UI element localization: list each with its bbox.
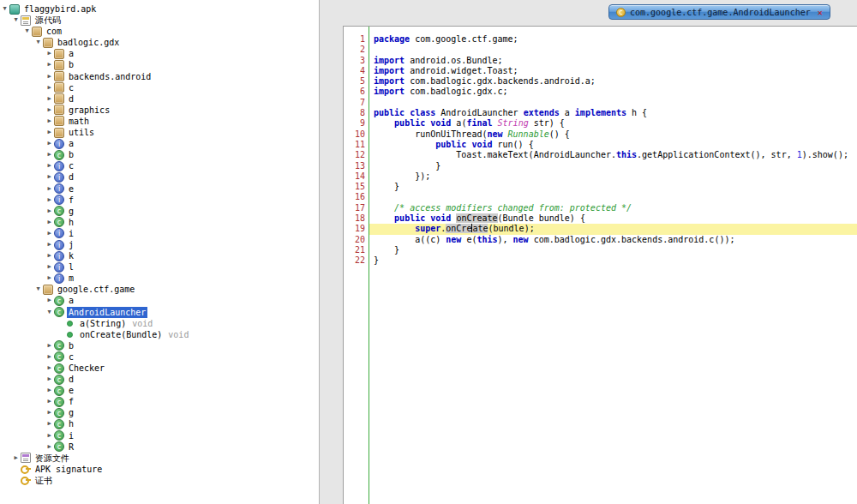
- expand-arrow[interactable]: ▶: [45, 340, 54, 351]
- tree-item-h[interactable]: ▶ch: [0, 418, 319, 429]
- line-number: 2: [344, 45, 365, 55]
- expand-arrow[interactable]: ▶: [45, 171, 54, 183]
- expand-arrow[interactable]: ▶: [45, 239, 54, 250]
- collapse-arrow[interactable]: ▼: [11, 15, 21, 26]
- expand-arrow[interactable]: ▶: [45, 363, 54, 374]
- tree-item-a(String)[interactable]: a(String)void: [0, 318, 319, 329]
- collapse-arrow[interactable]: ▼: [33, 284, 43, 295]
- tree-item-c[interactable]: ▶ic: [0, 160, 319, 171]
- expand-arrow[interactable]: ▶: [45, 59, 54, 70]
- code-line: }: [369, 182, 857, 192]
- tree-item-Checker[interactable]: ▶cChecker: [0, 363, 319, 374]
- expand-arrow[interactable]: ▶: [45, 351, 54, 363]
- tree-item-j[interactable]: ▶ij: [0, 239, 319, 250]
- expand-arrow[interactable]: ▶: [45, 160, 54, 171]
- tree-item-label: google.ctf.game: [56, 284, 136, 295]
- interface-icon: i: [54, 262, 64, 273]
- expand-arrow[interactable]: ▶: [45, 295, 54, 306]
- expand-arrow[interactable]: ▶: [45, 71, 54, 82]
- tree-item-c[interactable]: ▶c: [0, 82, 319, 93]
- tree-item-a[interactable]: ▶ia: [0, 138, 319, 149]
- tree-item-g[interactable]: ▶cg: [0, 407, 319, 418]
- collapse-arrow[interactable]: ▼: [33, 37, 43, 48]
- tree-item-b[interactable]: ▶b: [0, 59, 319, 70]
- tree-item-APK signature[interactable]: APK signature: [0, 464, 319, 475]
- line-number: 7: [344, 98, 365, 108]
- tree-item-d[interactable]: ▶cd: [0, 374, 319, 385]
- tree-item-label: flaggybird.apk: [22, 3, 98, 15]
- tree-item-google.ctf.game[interactable]: ▼google.ctf.game: [0, 284, 319, 295]
- tree-item-b[interactable]: ▶cb: [0, 149, 319, 160]
- tree-item-g[interactable]: ▶cg: [0, 206, 319, 217]
- tree-item-utils[interactable]: ▶utils: [0, 127, 319, 138]
- tree-item-f[interactable]: ▶cf: [0, 396, 319, 407]
- expand-arrow[interactable]: ▶: [45, 441, 54, 453]
- expand-arrow[interactable]: ▶: [45, 217, 54, 228]
- expand-arrow[interactable]: ▶: [45, 407, 54, 418]
- tree-item-a[interactable]: ▶a: [0, 48, 319, 59]
- expand-arrow[interactable]: ▶: [45, 385, 54, 396]
- tree-item-证书[interactable]: 证书: [0, 475, 319, 486]
- collapse-arrow[interactable]: ▼: [22, 26, 32, 37]
- expand-arrow[interactable]: ▶: [45, 105, 54, 116]
- expand-arrow[interactable]: ▶: [45, 127, 54, 138]
- expand-arrow[interactable]: ▶: [45, 430, 54, 441]
- expand-arrow[interactable]: ▶: [45, 183, 54, 195]
- tree-item-i[interactable]: ▶ii: [0, 228, 319, 239]
- expand-arrow[interactable]: ▶: [45, 116, 54, 127]
- expand-arrow[interactable]: ▶: [45, 82, 54, 93]
- tree-item-e[interactable]: ▶ie: [0, 183, 319, 195]
- tree-item-label: l: [67, 261, 75, 273]
- tree-item-h[interactable]: ▶ch: [0, 217, 319, 228]
- tree-item-c[interactable]: ▶cc: [0, 351, 319, 363]
- close-icon[interactable]: ✕: [818, 8, 823, 17]
- tree-item-flaggybird.apk[interactable]: ▼flaggybird.apk: [0, 3, 319, 15]
- expand-arrow[interactable]: ▶: [11, 453, 21, 464]
- package-icon: [54, 82, 64, 93]
- tree-item-k[interactable]: ▶ik: [0, 250, 319, 261]
- collapse-arrow[interactable]: ▼: [0, 3, 9, 15]
- expand-arrow[interactable]: ▶: [45, 206, 54, 217]
- tree-item-i[interactable]: ▶ci: [0, 430, 319, 441]
- tree-item-label: d: [67, 93, 75, 105]
- tree-item-onCreate(Bundle)[interactable]: onCreate(Bundle)void: [0, 329, 319, 340]
- tree-item-b[interactable]: ▶cb: [0, 340, 319, 351]
- expand-arrow[interactable]: ▶: [45, 418, 54, 429]
- tree-item-f[interactable]: ▶if: [0, 195, 319, 206]
- tab-androidlauncher[interactable]: c com.google.ctf.game.AndroidLauncher ✕: [608, 4, 830, 20]
- class-icon: c: [616, 8, 626, 17]
- expand-arrow[interactable]: ▶: [45, 261, 54, 273]
- expand-arrow[interactable]: ▶: [45, 149, 54, 160]
- expand-arrow[interactable]: ▶: [45, 138, 54, 149]
- expand-arrow[interactable]: ▶: [45, 195, 54, 206]
- tree-item-label: backends.android: [67, 71, 153, 82]
- tree-item-l[interactable]: ▶il: [0, 261, 319, 273]
- expand-arrow[interactable]: ▶: [45, 374, 54, 385]
- expand-arrow[interactable]: ▶: [45, 93, 54, 105]
- tree-item-graphics[interactable]: ▶graphics: [0, 105, 319, 116]
- tree-item-R[interactable]: ▶cR: [0, 441, 319, 453]
- tree-item-math[interactable]: ▶math: [0, 116, 319, 127]
- expand-arrow[interactable]: ▶: [45, 228, 54, 239]
- tree-item-a[interactable]: ▶ca: [0, 295, 319, 306]
- expand-arrow[interactable]: ▶: [45, 48, 54, 59]
- expand-arrow[interactable]: ▶: [45, 273, 54, 284]
- tree-item-m[interactable]: ▶im: [0, 273, 319, 284]
- tree-item-d[interactable]: ▶d: [0, 93, 319, 105]
- tree-item-badlogic.gdx[interactable]: ▼badlogic.gdx: [0, 37, 319, 48]
- tree-item-AndroidLauncher[interactable]: ▼cAndroidLauncher: [0, 307, 319, 318]
- line-number: 18: [344, 213, 365, 224]
- tree-item-label: g: [67, 206, 75, 217]
- tree-item-com[interactable]: ▼com: [0, 26, 319, 37]
- expand-arrow[interactable]: ▶: [45, 250, 54, 261]
- tree-item-backends.android[interactable]: ▶backends.android: [0, 71, 319, 82]
- code-area[interactable]: package com.google.ctf.game;import andro…: [369, 27, 857, 504]
- expand-arrow[interactable]: ▶: [45, 396, 54, 407]
- tree-item-label: graphics: [67, 105, 111, 116]
- tree-item-资源文件[interactable]: ▶资源文件: [0, 453, 319, 464]
- collapse-arrow[interactable]: ▼: [45, 307, 54, 318]
- tree-item-d[interactable]: ▶id: [0, 171, 319, 183]
- line-number: 15: [344, 182, 365, 192]
- tree-item-源代码[interactable]: ▼源代码: [0, 15, 319, 26]
- tree-item-e[interactable]: ▶ce: [0, 385, 319, 396]
